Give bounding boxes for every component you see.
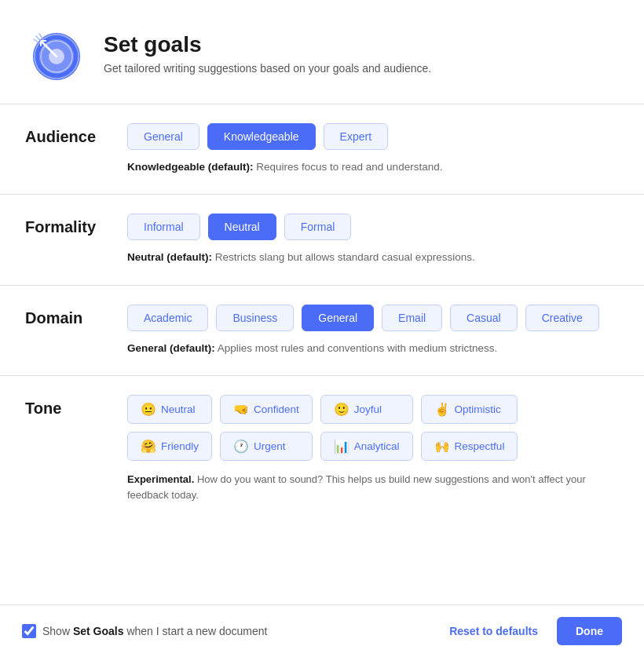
tone-respectful-btn[interactable]: 🙌 Respectful <box>421 432 518 461</box>
footer-left: Show Set Goals when I start a new docume… <box>22 624 434 638</box>
show-goals-checkbox[interactable] <box>22 624 36 638</box>
tone-respectful-emoji: 🙌 <box>434 439 450 454</box>
domain-general-btn[interactable]: General <box>302 305 374 331</box>
footer-show-label: Show Set Goals when I start a new docume… <box>42 625 267 637</box>
set-goals-text: Set Goals <box>73 625 124 637</box>
tone-confident-emoji: 🤜 <box>233 402 249 417</box>
tone-label: Tone <box>25 395 127 418</box>
tone-section: Tone 😐 Neutral 🤜 Confident 🙂 Joyful <box>25 376 619 522</box>
domain-creative-btn[interactable]: Creative <box>525 305 599 331</box>
page-wrapper: Set goals Get tailored writing suggestio… <box>0 0 644 657</box>
audience-desc: Knowledgeable (default): Requires focus … <box>127 159 619 175</box>
tone-optimistic-emoji: ✌️ <box>434 402 450 417</box>
done-button[interactable]: Done <box>557 617 622 645</box>
tone-friendly-emoji: 🤗 <box>141 439 156 454</box>
formality-section: Formality Informal Neutral Formal Neutra… <box>25 195 619 284</box>
page-title: Set goals <box>104 32 431 57</box>
tone-joyful-emoji: 🙂 <box>334 402 349 417</box>
audience-knowledgeable-btn[interactable]: Knowledgeable <box>207 123 316 150</box>
audience-content: General Knowledgeable Expert Knowledgeab… <box>127 123 619 175</box>
audience-desc-bold: Knowledgeable (default): <box>127 161 254 173</box>
tone-urgent-emoji: 🕐 <box>233 439 249 454</box>
domain-btn-group: Academic Business General Email Casual C… <box>127 305 619 331</box>
tone-urgent-btn[interactable]: 🕐 Urgent <box>220 432 313 461</box>
formality-desc-bold: Neutral (default): <box>127 251 212 263</box>
reset-defaults-button[interactable]: Reset to defaults <box>443 622 544 641</box>
tone-optimistic-btn[interactable]: ✌️ Optimistic <box>421 395 518 424</box>
formality-content: Informal Neutral Formal Neutral (default… <box>127 214 619 265</box>
page-subtitle: Get tailored writing suggestions based o… <box>104 62 431 75</box>
tone-analytical-label: Analytical <box>354 440 400 452</box>
domain-casual-btn[interactable]: Casual <box>450 305 518 331</box>
tone-neutral-emoji: 😐 <box>141 402 156 417</box>
domain-desc-bold: General (default): <box>127 342 215 354</box>
tone-joyful-btn[interactable]: 🙂 Joyful <box>320 395 413 424</box>
audience-section: Audience General Knowledgeable Expert Kn… <box>25 104 619 194</box>
audience-label: Audience <box>25 123 127 146</box>
audience-general-btn[interactable]: General <box>127 123 199 150</box>
formality-label: Formality <box>25 214 127 236</box>
tone-urgent-label: Urgent <box>254 440 286 452</box>
tone-friendly-btn[interactable]: 🤗 Friendly <box>127 432 212 461</box>
show-goals-checkbox-wrap[interactable]: Show Set Goals when I start a new docume… <box>22 624 267 638</box>
footer-show-suffix: when I start a new document <box>124 625 268 637</box>
formality-informal-btn[interactable]: Informal <box>127 214 200 240</box>
domain-section: Domain Academic Business General Email C… <box>25 286 619 375</box>
domain-label: Domain <box>25 305 127 327</box>
domain-academic-btn[interactable]: Academic <box>127 305 208 331</box>
experimental-bold: Experimental. <box>127 473 194 485</box>
formality-desc-rest: Restricts slang but allows standard casu… <box>212 251 475 263</box>
header-text: Set goals Get tailored writing suggestio… <box>104 32 431 75</box>
domain-desc: General (default): Applies most rules an… <box>127 341 619 356</box>
tone-confident-btn[interactable]: 🤜 Confident <box>220 395 313 424</box>
tone-joyful-label: Joyful <box>354 403 382 415</box>
formality-formal-btn[interactable]: Formal <box>284 214 352 240</box>
domain-email-btn[interactable]: Email <box>382 305 442 331</box>
logo-icon <box>25 22 88 85</box>
svg-line-9 <box>39 34 42 38</box>
tone-analytical-emoji: 📊 <box>334 439 349 454</box>
audience-expert-btn[interactable]: Expert <box>324 123 388 150</box>
svg-line-10 <box>34 39 38 42</box>
tone-experimental-note: Experimental. How do you want to sound? … <box>127 472 619 503</box>
formality-neutral-btn[interactable]: Neutral <box>208 214 276 240</box>
tone-respectful-label: Respectful <box>455 440 505 452</box>
formality-btn-group: Informal Neutral Formal <box>127 214 619 240</box>
tone-grid: 😐 Neutral 🤜 Confident 🙂 Joyful ✌️ Optimi… <box>127 395 518 461</box>
experimental-rest: How do you want to sound? This helps us … <box>127 473 586 501</box>
tone-optimistic-label: Optimistic <box>455 403 501 415</box>
domain-content: Academic Business General Email Casual C… <box>127 305 619 356</box>
svg-line-8 <box>36 36 41 41</box>
footer: Show Set Goals when I start a new docume… <box>0 604 644 657</box>
tone-neutral-btn[interactable]: 😐 Neutral <box>127 395 212 424</box>
main-content: Set goals Get tailored writing suggestio… <box>0 0 644 604</box>
tone-neutral-label: Neutral <box>161 403 196 415</box>
audience-desc-rest: Requires focus to read and understand. <box>254 161 443 173</box>
footer-right: Reset to defaults Done <box>443 617 622 645</box>
audience-btn-group: General Knowledgeable Expert <box>127 123 619 150</box>
domain-desc-rest: Applies most rules and conventions with … <box>215 342 497 354</box>
formality-desc: Neutral (default): Restricts slang but a… <box>127 250 619 265</box>
domain-business-btn[interactable]: Business <box>216 305 294 331</box>
tone-confident-label: Confident <box>254 403 299 415</box>
tone-content: 😐 Neutral 🤜 Confident 🙂 Joyful ✌️ Optimi… <box>127 395 619 503</box>
tone-analytical-btn[interactable]: 📊 Analytical <box>320 432 413 461</box>
header: Set goals Get tailored writing suggestio… <box>25 22 619 85</box>
tone-friendly-label: Friendly <box>161 440 199 452</box>
